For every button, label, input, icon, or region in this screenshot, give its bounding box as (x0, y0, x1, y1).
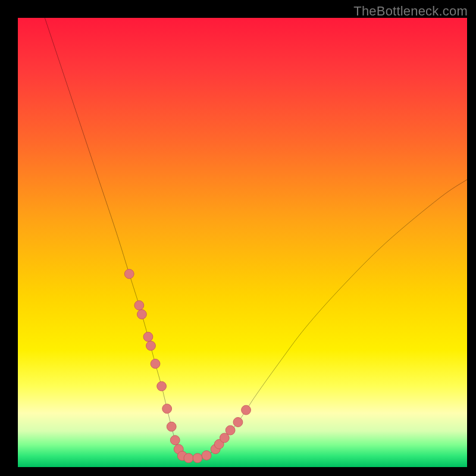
highlight-dot (193, 453, 202, 463)
highlight-dot (134, 300, 144, 310)
highlight-dot (233, 418, 243, 427)
highlight-dot (242, 405, 251, 415)
highlight-dot (184, 453, 193, 463)
bottleneck-curve (45, 18, 467, 458)
highlight-dot (162, 404, 172, 414)
highlight-dot (226, 425, 235, 435)
highlight-dot (124, 269, 134, 278)
highlight-dot (146, 341, 156, 350)
highlight-dot (170, 436, 180, 445)
chart-frame (18, 18, 467, 467)
highlight-dot (220, 433, 229, 443)
highlight-dot (151, 359, 160, 368)
chart-svg (18, 18, 467, 467)
highlight-dot (202, 450, 211, 460)
highlight-dot (157, 381, 167, 391)
highlight-dots (124, 269, 250, 462)
highlight-dot (167, 422, 176, 431)
highlight-dot (143, 332, 153, 342)
highlight-dot (137, 309, 146, 319)
watermark-text: TheBottleneck.com (353, 4, 468, 19)
